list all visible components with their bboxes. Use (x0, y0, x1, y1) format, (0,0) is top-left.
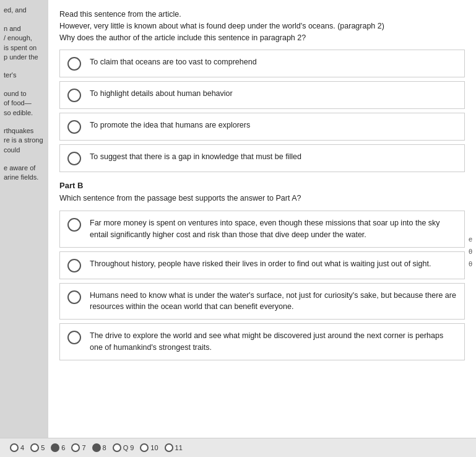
nav-item-11[interactable]: 11 (165, 443, 183, 452)
main-content: Read this sentence from the article. How… (48, 0, 476, 457)
option-h[interactable]: The drive to explore the world and see w… (59, 323, 465, 360)
nav-item-10[interactable]: 10 (140, 443, 158, 452)
nav-label-6: 6 (61, 444, 65, 451)
sidebar-text-5c: could (4, 146, 45, 155)
nav-label-4: 4 (20, 444, 24, 451)
sidebar-block-4: ound to of food— so edible. (4, 89, 45, 118)
part-a-options: To claim that oceans are too vast to com… (59, 50, 465, 172)
radio-e[interactable] (67, 218, 81, 232)
sidebar-text-2c: is spent on (4, 43, 45, 53)
nav-item-6[interactable]: 6 (51, 443, 65, 452)
nav-circle-6 (51, 443, 59, 452)
nav-item-5[interactable]: 5 (30, 443, 45, 452)
scroll-indicators: e θ θ (469, 235, 472, 268)
sidebar-text-2b: / enough, (4, 33, 45, 43)
sidebar-block-1: ed, and (4, 5, 45, 15)
sidebar-block-3: ter's (4, 71, 45, 80)
sidebar-text-5b: re is a strong (4, 136, 45, 145)
option-f[interactable]: Throughout history, people have risked t… (59, 251, 465, 279)
option-c[interactable]: To promote the idea that humans are expl… (59, 113, 465, 141)
sidebar: ed, and n and / enough, is spent on p un… (0, 0, 48, 457)
sidebar-text-6b: arine fields. (4, 173, 45, 182)
sidebar-text-6a: e aware of (4, 163, 45, 173)
option-a[interactable]: To claim that oceans are too vast to com… (59, 50, 465, 77)
nav-circle-4 (10, 443, 19, 452)
radio-c[interactable] (67, 120, 81, 134)
nav-label-10: 10 (150, 444, 158, 451)
radio-b[interactable] (67, 89, 81, 102)
scroll-dot-1: e (469, 235, 472, 243)
quote-line: However, very little is known about what… (59, 20, 465, 32)
scroll-dot-3: θ (469, 260, 472, 268)
option-g-text: Humans need to know what is under the wa… (90, 290, 457, 313)
option-a-text: To claim that oceans are too vast to com… (90, 56, 257, 68)
option-h-text: The drive to explore the world and see w… (90, 330, 457, 354)
option-b-text: To highlight details about human behavio… (90, 88, 233, 100)
sidebar-text-4b: of food— (4, 98, 45, 108)
nav-circle-11 (165, 443, 173, 452)
option-c-text: To promote the idea that humans are expl… (90, 120, 250, 131)
option-b[interactable]: To highlight details about human behavio… (59, 81, 465, 109)
sidebar-block-2: n and / enough, is spent on p under the (4, 24, 45, 63)
sidebar-text-3: ter's (4, 71, 45, 80)
nav-item-4[interactable]: 4 (10, 443, 24, 452)
nav-item-7[interactable]: 7 (71, 443, 85, 452)
option-f-text: Throughout history, people have risked t… (90, 258, 431, 270)
nav-label-8: 8 (103, 444, 106, 451)
nav-label-7: 7 (82, 444, 85, 451)
sidebar-text-4a: ound to (4, 89, 45, 98)
instruction-line: Read this sentence from the article. (59, 9, 465, 20)
nav-circle-8 (92, 443, 101, 452)
option-d[interactable]: To suggest that there is a gap in knowle… (59, 144, 465, 172)
nav-circle-5 (30, 443, 39, 452)
sidebar-text-5a: rthquakes (4, 126, 45, 136)
sidebar-text-2a: n and (4, 24, 45, 33)
option-e-text: Far more money is spent on ventures into… (90, 217, 457, 241)
prompt-line: Why does the author of the article inclu… (59, 32, 465, 44)
bottom-navigation: 4 5 6 7 8 Q 9 10 11 (0, 438, 476, 457)
nav-label-11: 11 (175, 444, 183, 451)
option-e[interactable]: Far more money is spent on ventures into… (59, 211, 465, 248)
nav-label-q9: Q 9 (123, 444, 134, 451)
nav-circle-7 (71, 443, 80, 452)
sidebar-text-2d: p under the (4, 53, 45, 62)
scroll-dot-2: θ (469, 248, 472, 255)
nav-circle-10 (140, 443, 149, 452)
radio-g[interactable] (67, 290, 81, 304)
sidebar-text-4c: so edible. (4, 108, 45, 118)
radio-h[interactable] (67, 331, 81, 344)
radio-d[interactable] (67, 152, 81, 165)
sidebar-text-1: ed, and (4, 6, 27, 14)
part-b-question: Which sentence from the passage best sup… (59, 193, 465, 204)
nav-item-8[interactable]: 8 (92, 443, 106, 452)
radio-a[interactable] (67, 57, 81, 71)
sidebar-block-6: e aware of arine fields. (4, 163, 45, 183)
part-b-options: Far more money is spent on ventures into… (59, 211, 465, 360)
question-header: Read this sentence from the article. How… (59, 9, 465, 43)
part-b-label: Part B (59, 181, 465, 190)
nav-circle-q9 (113, 443, 121, 452)
nav-item-q9[interactable]: Q 9 (113, 443, 134, 452)
nav-label-5: 5 (41, 444, 45, 451)
option-d-text: To suggest that there is a gap in knowle… (90, 151, 301, 163)
sidebar-block-5: rthquakes re is a strong could (4, 126, 45, 155)
radio-f[interactable] (67, 259, 81, 272)
option-g[interactable]: Humans need to know what is under the wa… (59, 283, 465, 320)
